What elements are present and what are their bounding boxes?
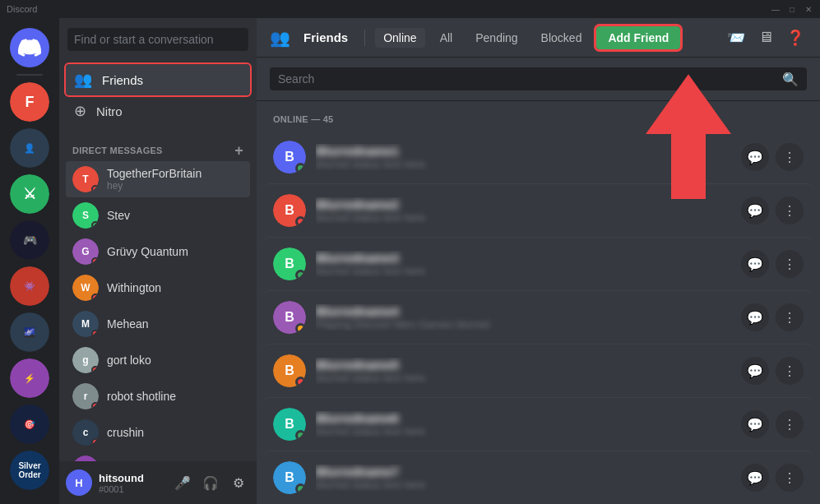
dm-username: Mehean xyxy=(107,317,243,331)
friend-status-dot xyxy=(295,430,306,441)
titlebar: Discord — □ ✕ xyxy=(0,0,820,18)
friend-status-text: blurred status text here xyxy=(316,265,731,277)
friend-info: Blurredname5 blurred status text here xyxy=(316,358,731,384)
friend-name: Blurredname3 xyxy=(316,251,731,265)
friend-item[interactable]: B Blurredname7 blurred status text here … xyxy=(263,451,813,504)
friend-avatar: B xyxy=(273,461,306,494)
dm-last-msg: hey xyxy=(107,180,243,192)
more-options-button[interactable]: ⋮ xyxy=(776,250,804,278)
dm-list-item[interactable]: M Mehean xyxy=(66,306,250,342)
friend-name: Blurredname7 xyxy=(316,465,731,479)
message-friend-button[interactable]: 💬 xyxy=(741,410,769,438)
search-icon: 🔍 xyxy=(782,72,799,87)
dm-status-dot xyxy=(91,402,99,409)
add-friend-button[interactable]: Add Friend xyxy=(596,26,680,49)
message-friend-button[interactable]: 💬 xyxy=(741,197,769,224)
close-button[interactable]: ✕ xyxy=(804,4,813,14)
friend-status-dot xyxy=(295,483,306,494)
server-icon-1[interactable]: F xyxy=(10,82,49,122)
more-options-button[interactable]: ⋮ xyxy=(776,464,804,492)
header-separator xyxy=(364,30,365,46)
friends-nav-item[interactable]: 👥 Friends xyxy=(66,64,250,95)
help-button[interactable]: ❓ xyxy=(784,26,807,49)
user-tag: #0001 xyxy=(99,484,164,494)
friend-avatar: B xyxy=(273,301,306,334)
friend-actions: 💬 ⋮ xyxy=(741,357,804,385)
titlebar-title: Discord xyxy=(7,4,37,14)
dm-status-dot xyxy=(91,294,99,301)
more-options-button[interactable]: ⋮ xyxy=(776,303,804,331)
friends-search-input[interactable] xyxy=(270,67,807,90)
dm-list-item[interactable]: W Withington xyxy=(66,270,250,306)
dm-list-item[interactable]: c crushin xyxy=(66,414,250,451)
friend-avatar: B xyxy=(273,354,306,387)
tab-blocked[interactable]: Blocked xyxy=(533,28,591,48)
friend-status-dot xyxy=(295,377,306,387)
user-panel: H hitsound #0001 🎤 🎧 ⚙ xyxy=(59,461,257,504)
tab-pending[interactable]: Pending xyxy=(467,28,526,48)
tab-all[interactable]: All xyxy=(432,28,461,48)
friend-item[interactable]: B Blurredname3 blurred status text here … xyxy=(263,237,813,290)
friend-status-text: Playing Discord Nitro Games blurred xyxy=(316,318,731,331)
friend-name: Blurredname1 xyxy=(316,144,731,158)
dm-username: Stev xyxy=(107,209,243,222)
more-options-button[interactable]: ⋮ xyxy=(776,197,804,224)
friend-status-text: blurred status text here xyxy=(316,211,731,224)
dm-list-item[interactable]: S Stev xyxy=(66,197,250,234)
deafen-button[interactable]: 🎧 xyxy=(199,471,222,494)
friend-item[interactable]: B Blurredname4 Playing Discord Nitro Gam… xyxy=(263,290,813,344)
friend-info: Blurredname2 blurred status text here xyxy=(316,197,731,224)
server-icon-5[interactable]: 👾 xyxy=(10,266,49,306)
friend-actions: 💬 ⋮ xyxy=(741,464,804,492)
friend-avatar: B xyxy=(273,141,306,173)
server-icon-4[interactable]: 🎮 xyxy=(10,220,49,260)
dm-list-item[interactable]: g gort loko xyxy=(66,342,250,378)
mute-button[interactable]: 🎤 xyxy=(171,471,194,494)
message-friend-button[interactable]: 💬 xyxy=(741,143,769,171)
server-icon-9[interactable]: SilverOrder xyxy=(10,451,49,490)
server-icon-8[interactable]: 🎯 xyxy=(10,405,49,444)
message-friend-button[interactable]: 💬 xyxy=(741,464,769,492)
search-input[interactable] xyxy=(67,28,248,51)
tab-online[interactable]: Online xyxy=(375,28,424,48)
server-icon-7[interactable]: ⚡ xyxy=(10,358,49,398)
friends-header-tab[interactable]: Friends xyxy=(297,30,354,44)
friend-item[interactable]: B Blurredname6 blurred status text here … xyxy=(263,397,813,451)
dm-username: Grüvy Quantum xyxy=(107,245,243,258)
friends-section-title: ONLINE — 45 xyxy=(257,101,820,131)
dm-list-item[interactable]: r robot shotline xyxy=(66,378,250,414)
dm-section-header: DIRECT MESSAGES + xyxy=(59,130,257,161)
message-friend-button[interactable]: 💬 xyxy=(741,303,769,331)
more-options-button[interactable]: ⋮ xyxy=(776,143,804,171)
dm-username: robot shotline xyxy=(107,390,243,403)
dm-list-item[interactable]: T TogetherForBritain hey xyxy=(66,161,250,197)
more-options-button[interactable]: ⋮ xyxy=(776,410,804,438)
activity-button[interactable]: 📨 xyxy=(725,26,748,49)
discord-home-button[interactable] xyxy=(10,28,49,67)
user-avatar: H xyxy=(66,469,92,496)
friend-status-dot xyxy=(295,323,306,334)
new-dm-button[interactable]: + xyxy=(234,143,243,158)
dm-list-item[interactable]: G Grüvy Quantum xyxy=(66,234,250,270)
friend-item[interactable]: B Blurredname5 blurred status text here … xyxy=(263,344,813,397)
friend-item[interactable]: B Blurredname2 blurred status text here … xyxy=(263,183,813,237)
nitro-nav-item[interactable]: ⊕ Nitro xyxy=(66,95,250,127)
message-friend-button[interactable]: 💬 xyxy=(741,250,769,278)
friend-actions: 💬 ⋮ xyxy=(741,303,804,331)
server-icon-3[interactable]: ⚔ xyxy=(10,174,49,214)
minimize-button[interactable]: — xyxy=(771,4,781,14)
message-friend-button[interactable]: 💬 xyxy=(741,357,769,385)
friend-item[interactable]: B Blurredname1 blurred status text here … xyxy=(263,131,813,183)
maximize-button[interactable]: □ xyxy=(787,4,797,14)
friends-header-icon: 👥 xyxy=(270,28,290,48)
server-icon-6[interactable]: 🌌 xyxy=(10,312,49,352)
dm-user-info: Withington xyxy=(107,281,243,294)
friend-info: Blurredname7 blurred status text here xyxy=(316,465,731,491)
more-options-button[interactable]: ⋮ xyxy=(776,357,804,385)
server-icon-2[interactable]: 👤 xyxy=(10,128,49,168)
dnd-toggle-button[interactable]: 🖥 xyxy=(754,26,777,49)
friend-actions: 💬 ⋮ xyxy=(741,250,804,278)
dm-list-item[interactable]: r retard2 xyxy=(66,451,250,461)
direct-messages-label: DIRECT MESSAGES xyxy=(72,146,163,155)
settings-button[interactable]: ⚙ xyxy=(227,471,250,494)
